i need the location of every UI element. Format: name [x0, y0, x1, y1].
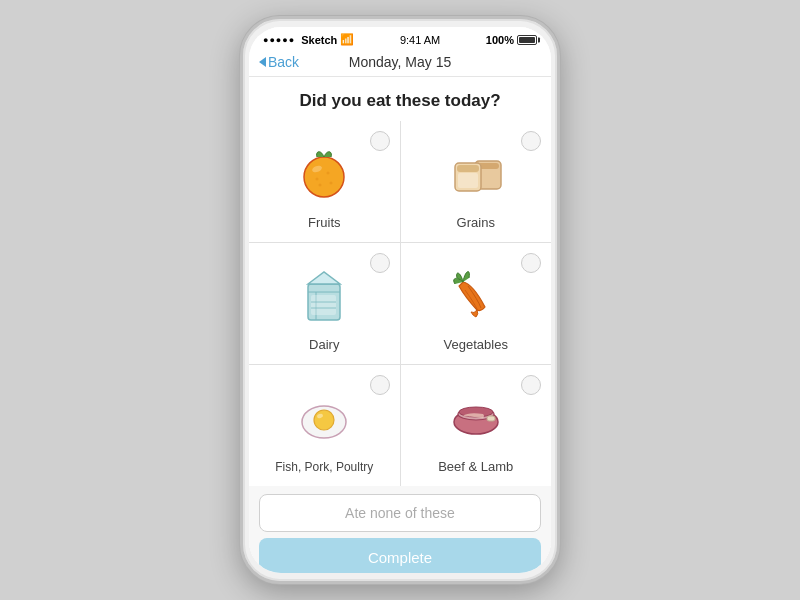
ate-none-button[interactable]: Ate none of these — [259, 494, 541, 532]
battery-fill — [519, 37, 535, 43]
beef-lamb-icon — [441, 381, 511, 451]
question-title: Did you eat these today? — [249, 77, 551, 121]
network-name: Sketch — [301, 34, 337, 46]
signal-dots: ●●●●● — [263, 35, 295, 45]
wifi-icon: 📶 — [340, 33, 354, 46]
bottom-area: Ate none of these Complete — [249, 486, 551, 573]
svg-point-2 — [327, 172, 330, 175]
status-right: 100% — [486, 34, 537, 46]
dairy-select-circle — [370, 253, 390, 273]
grains-label: Grains — [457, 215, 495, 230]
beef-lamb-select-circle — [521, 375, 541, 395]
fruits-select-circle — [370, 131, 390, 151]
dairy-label: Dairy — [309, 337, 339, 352]
food-cell-dairy[interactable]: Dairy — [249, 243, 400, 364]
back-label: Back — [268, 54, 299, 70]
chevron-left-icon — [259, 57, 266, 67]
fish-pork-poultry-label: Fish, Pork, Poultry — [275, 460, 373, 474]
nav-bar: Back Monday, May 15 — [249, 48, 551, 77]
dairy-icon — [289, 259, 359, 329]
vegetables-icon — [441, 259, 511, 329]
food-cell-beef-lamb[interactable]: Beef & Lamb — [401, 365, 552, 486]
food-cell-vegetables[interactable]: Vegetables — [401, 243, 552, 364]
svg-point-1 — [316, 178, 319, 181]
fruits-label: Fruits — [308, 215, 341, 230]
phone-screen: ●●●●● Sketch 📶 9:41 AM 100% Back Monday,… — [249, 27, 551, 573]
svg-point-3 — [330, 182, 333, 185]
svg-rect-10 — [458, 173, 478, 188]
svg-point-19 — [314, 410, 334, 430]
svg-rect-15 — [311, 295, 336, 315]
battery-icon — [517, 35, 537, 45]
vegetables-label: Vegetables — [444, 337, 508, 352]
svg-rect-9 — [457, 165, 479, 172]
svg-marker-12 — [308, 272, 340, 284]
back-button[interactable]: Back — [259, 54, 299, 70]
grains-select-circle — [521, 131, 541, 151]
svg-point-4 — [319, 184, 322, 187]
battery-percent: 100% — [486, 34, 514, 46]
fish-pork-poultry-icon — [289, 382, 359, 452]
status-left: ●●●●● Sketch 📶 — [263, 33, 354, 46]
main-content: Did you eat these today? — [249, 77, 551, 573]
vegetables-select-circle — [521, 253, 541, 273]
svg-point-0 — [304, 157, 344, 197]
food-cell-fish-pork-poultry[interactable]: Fish, Pork, Poultry — [249, 365, 400, 486]
food-cell-grains[interactable]: Grains — [401, 121, 552, 242]
food-cell-fruits[interactable]: Fruits — [249, 121, 400, 242]
svg-rect-24 — [487, 416, 495, 421]
status-bar: ●●●●● Sketch 📶 9:41 AM 100% — [249, 27, 551, 48]
fruits-icon — [289, 137, 359, 207]
nav-title: Monday, May 15 — [349, 54, 451, 70]
fish-pork-poultry-select-circle — [370, 375, 390, 395]
grains-icon — [441, 137, 511, 207]
complete-button[interactable]: Complete — [259, 538, 541, 573]
beef-lamb-label: Beef & Lamb — [438, 459, 513, 474]
food-grid: Fruits — [249, 121, 551, 486]
status-time: 9:41 AM — [400, 34, 440, 46]
phone-frame: ●●●●● Sketch 📶 9:41 AM 100% Back Monday,… — [240, 16, 560, 584]
